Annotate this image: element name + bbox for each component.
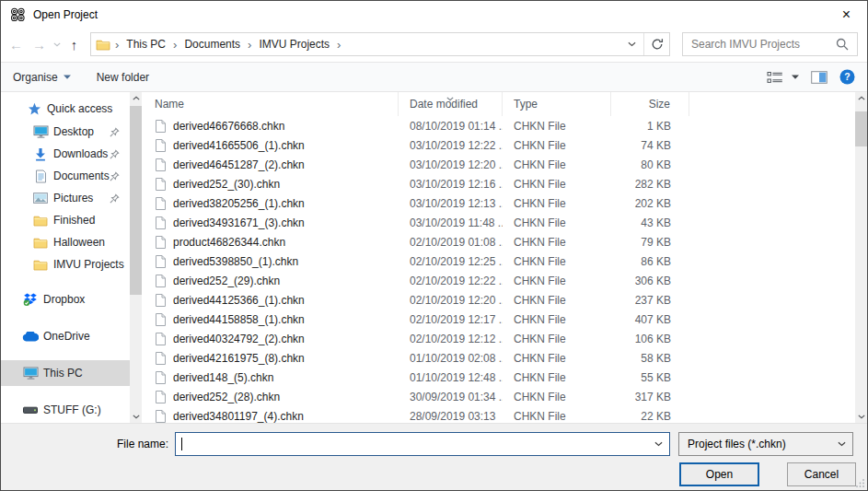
- file-row-derived46676668-chkn[interactable]: derived46676668.chkn08/10/2019 01:14 ...…: [142, 116, 855, 135]
- file-name-cell: derived34801197_(4).chkn: [142, 409, 399, 424]
- file-row-derived252-30-chkn[interactable]: derived252_(30).chkn03/10/2019 12:16 ...…: [142, 174, 855, 193]
- file-row-derived44125366-1-chkn[interactable]: derived44125366_(1).chkn02/10/2019 12:20…: [142, 290, 855, 310]
- file-row-derived34931671-3-chkn[interactable]: derived34931671_(3).chkn03/10/2019 11:48…: [142, 213, 855, 232]
- sidebar-item-documents[interactable]: Documents: [1, 165, 130, 187]
- file-row-derived44158858-1-chkn[interactable]: derived44158858_(1).chkn02/10/2019 12:17…: [142, 310, 855, 329]
- file-row-derived38205256-1-chkn[interactable]: derived38205256_(1).chkn03/10/2019 12:13…: [142, 193, 855, 213]
- column-header-type[interactable]: Type: [503, 92, 611, 116]
- file-row-derived41665506-1-chkn[interactable]: derived41665506_(1).chkn03/10/2019 12:22…: [142, 135, 855, 155]
- scroll-up-icon[interactable]: [130, 92, 142, 104]
- sidebar-item-label: Halloween: [53, 236, 105, 249]
- file-date-cell: 03/10/2019 12:22 ...: [399, 139, 503, 152]
- sidebar-item-pictures[interactable]: Pictures: [1, 187, 130, 209]
- file-row-derived5398850-1-chkn[interactable]: derived5398850_(1).chkn02/10/2019 12:25 …: [142, 251, 855, 271]
- scroll-down-icon[interactable]: [130, 411, 142, 423]
- file-icon: [155, 274, 167, 288]
- file-name-text: derived42161975_(8).chkn: [173, 352, 305, 365]
- breadcrumb-item-this-pc[interactable]: This PC: [121, 38, 171, 51]
- back-button[interactable]: ←: [5, 33, 28, 55]
- address-bar[interactable]: ›This PC›Documents›IMVU Projects›: [90, 32, 670, 56]
- file-icon: [155, 196, 167, 211]
- file-name-cell: derived41665506_(1).chkn: [142, 138, 399, 153]
- file-list-scrollbar[interactable]: [855, 92, 867, 423]
- folder-icon: [31, 259, 50, 271]
- sort-chevron-icon: [446, 92, 454, 104]
- file-type-cell: CHKN File: [503, 294, 611, 307]
- file-name-cell: derived148_(5).chkn: [142, 370, 399, 385]
- file-type-select[interactable]: Project files (*.chkn): [678, 432, 853, 456]
- open-button[interactable]: Open: [679, 462, 759, 486]
- help-icon[interactable]: ?: [839, 69, 855, 85]
- file-type-cell: CHKN File: [503, 139, 611, 152]
- close-icon[interactable]: ×: [826, 1, 867, 29]
- sidebar-item-onedrive[interactable]: OneDrive: [1, 323, 130, 349]
- document-icon: [31, 170, 50, 183]
- column-header-size[interactable]: Size: [611, 92, 689, 116]
- scroll-down-icon[interactable]: [855, 411, 867, 423]
- breadcrumb-separator-icon: ›: [335, 38, 342, 52]
- scroll-up-icon[interactable]: [855, 92, 867, 104]
- views-chevron-icon[interactable]: [792, 75, 799, 79]
- file-row-derived34801197-4-chkn[interactable]: derived34801197_(4).chkn28/09/2019 03:13…: [142, 406, 855, 423]
- sidebar-item-quick-access[interactable]: Quick access: [1, 97, 130, 121]
- file-list-scrollbar-thumb[interactable]: [855, 111, 867, 146]
- organise-button[interactable]: Organise: [13, 71, 71, 84]
- sidebar-item-desktop[interactable]: Desktop: [1, 121, 130, 143]
- file-date-cell: 02/10/2019 01:08 ...: [399, 236, 503, 249]
- file-row-derived40324792-2-chkn[interactable]: derived40324792_(2).chkn02/10/2019 12:12…: [142, 329, 855, 348]
- column-header-date-modified[interactable]: Date modified: [399, 92, 503, 116]
- file-row-derived148-5-chkn[interactable]: derived148_(5).chkn01/10/2019 12:48 ...C…: [142, 368, 855, 387]
- file-name-input[interactable]: [175, 432, 670, 456]
- breadcrumb-separator-icon: ›: [171, 38, 179, 52]
- file-row-product46826344-chkn[interactable]: product46826344.chkn02/10/2019 01:08 ...…: [142, 232, 855, 251]
- file-type-cell: CHKN File: [503, 236, 611, 249]
- resize-grip[interactable]: [855, 478, 865, 488]
- pin-icon: [110, 149, 120, 159]
- breadcrumb-item-documents[interactable]: Documents: [179, 38, 246, 51]
- command-toolbar: Organise New folder ?: [1, 62, 867, 92]
- sidebar-item-imvu-projects[interactable]: IMVU Projects: [1, 253, 130, 275]
- sidebar-item-label: Finished: [53, 214, 95, 227]
- preview-pane-icon[interactable]: [811, 71, 827, 84]
- column-header-name[interactable]: Name: [142, 92, 399, 116]
- file-name-text: derived252_(29).chkn: [173, 275, 280, 287]
- sidebar-item-dropbox[interactable]: Dropbox: [1, 286, 130, 312]
- cancel-button[interactable]: Cancel: [787, 462, 856, 486]
- sidebar-item-label: This PC: [43, 367, 83, 380]
- picture-icon: [31, 193, 50, 204]
- file-size-cell: 55 KB: [611, 371, 689, 384]
- file-name-dropdown-chevron-icon[interactable]: [647, 441, 669, 447]
- file-date-cell: 30/09/2019 01:34 ...: [399, 391, 503, 403]
- file-row-derived252-29-chkn[interactable]: derived252_(29).chkn02/10/2019 12:22 ...…: [142, 271, 855, 290]
- sidebar-item-downloads[interactable]: Downloads: [1, 143, 130, 165]
- sidebar-item-finished[interactable]: Finished: [1, 209, 130, 231]
- file-row-derived46451287-2-chkn[interactable]: derived46451287_(2).chkn03/10/2019 12:20…: [142, 155, 855, 174]
- star-icon: [25, 102, 43, 116]
- sidebar-scrollbar[interactable]: [130, 92, 142, 423]
- new-folder-button[interactable]: New folder: [97, 71, 149, 84]
- file-row-derived252-28-chkn[interactable]: derived252_(28).chkn30/09/2019 01:34 ...…: [142, 387, 855, 406]
- file-name-cell: derived46676668.chkn: [142, 119, 399, 134]
- history-chevron-icon[interactable]: [51, 33, 63, 55]
- file-row-derived42161975-8-chkn[interactable]: derived42161975_(8).chkn01/10/2019 02:08…: [142, 348, 855, 368]
- file-icon: [155, 351, 167, 366]
- refresh-icon[interactable]: [643, 33, 669, 55]
- dropbox-icon: [21, 293, 40, 307]
- file-name-text: derived41665506_(1).chkn: [173, 139, 305, 152]
- views-icon[interactable]: [767, 71, 783, 84]
- sidebar-item-this-pc[interactable]: This PC: [1, 360, 130, 386]
- breadcrumb-item-imvu-projects[interactable]: IMVU Projects: [253, 38, 335, 51]
- file-date-cell: 01/10/2019 02:08 ...: [399, 352, 503, 365]
- address-dropdown-chevron-icon[interactable]: [620, 41, 643, 47]
- sidebar-item-stuff-g[interactable]: STUFF (G:): [1, 397, 130, 423]
- pin-icon: [110, 127, 120, 137]
- sidebar-scrollbar-thumb[interactable]: [130, 106, 142, 295]
- up-button[interactable]: ↑: [63, 33, 86, 55]
- search-input[interactable]: [683, 38, 836, 51]
- sidebar-item-halloween[interactable]: Halloween: [1, 231, 130, 253]
- file-size-cell: 202 KB: [611, 197, 689, 210]
- file-icon: [155, 370, 167, 385]
- file-date-cell: 02/10/2019 12:17 ...: [399, 313, 503, 326]
- forward-button[interactable]: →: [28, 33, 51, 55]
- file-size-cell: 80 KB: [611, 158, 689, 171]
